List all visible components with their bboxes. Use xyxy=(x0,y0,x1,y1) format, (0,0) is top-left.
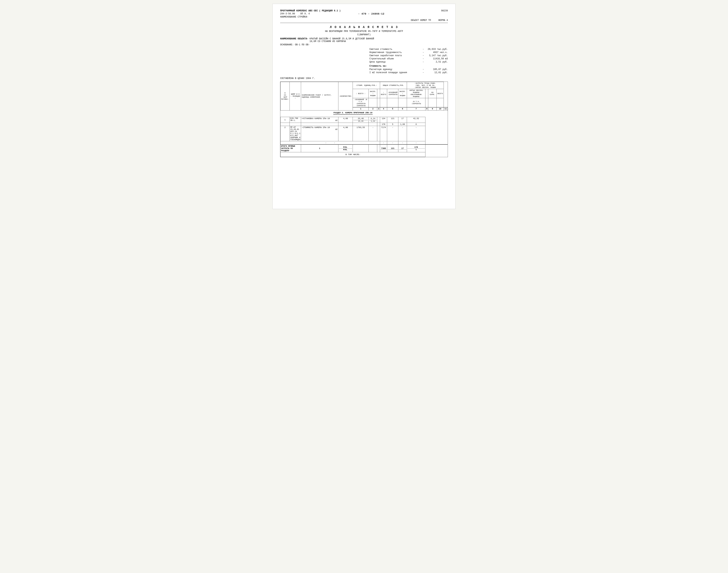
th-obsh-header: ОБЩАЯ СТОИМОСТЬ,РУБ. xyxy=(380,82,407,89)
cost-section: Сметная стоимость - 28,633 тыс.руб. Норм… xyxy=(280,48,448,74)
th-osn-zp: :ОСНОВНОЙ :В Т.Ч.:ЗАРПЛАТЫ :ЗАРПЛАТЫ xyxy=(353,98,369,107)
naim-obekta-label: НАИМЕНОВАНИЕ ОБЪЕКТА- xyxy=(280,38,308,43)
sostavlena: СОСТАВЛЕНА В ЦЕНАХ 1984 Г. xyxy=(280,77,448,80)
row2-kol: 4,00 xyxy=(338,126,353,141)
row1-obsh-vsego: 134 xyxy=(380,117,387,123)
th-z3: НА ЕАРИ. xyxy=(428,89,437,98)
row2-naim: -СТОИМОСТЬ КАМЕРЫ 2Пк-10 МТ xyxy=(301,126,338,141)
th-num5: 5 xyxy=(387,107,398,110)
v-tom-chisle-label: В ТОМ ЧИСЛЕ: xyxy=(281,152,426,157)
table-header-row1: Нпп:ШСРМАТИВА: ШИФР И Н: ПОЗИЦИИ : НАИМЕ… xyxy=(281,82,448,89)
itogo-row: ИТОГО ПРЯМЫЕ ЗАТРАТЫ ПО РАЗДЕЛУ 1 РУБ. Р… xyxy=(281,145,448,152)
th-z2 xyxy=(426,89,428,98)
itogo-osn: 121 xyxy=(387,145,398,152)
th-vsego: : ВСЕГО : xyxy=(353,89,369,98)
th-osnov-zp: :ОСНОВНОЙ:ЗАРПЛАТЫ xyxy=(387,89,398,98)
razdel-title: РАЗДЕЛ 3. КАМЕРА ПРИТОЧНАЯ 2ПК-10 ======… xyxy=(281,110,426,117)
r1b-z4: 6 xyxy=(407,123,426,126)
th-num10: 10 xyxy=(437,107,444,110)
forma-text: ФОРМА 4 xyxy=(439,19,448,22)
row2-obsh-osn: - xyxy=(387,126,398,141)
r1b-empty2 xyxy=(289,123,301,126)
row2-obsh-zp: - xyxy=(407,126,426,141)
naim-stroyki: НАИМЕНОВАНИЕ СТРОЙКИ- xyxy=(280,16,448,18)
row1-stoi-vsego: 33,48 25,28 xyxy=(353,117,369,123)
r2b-z3: - xyxy=(398,141,407,145)
cost-row-7: I м2 полезной площади здания - 12,81 руб… xyxy=(370,71,448,74)
r2b-empty: -- xyxy=(281,141,380,145)
row2-empty xyxy=(377,126,380,141)
th-empty1 xyxy=(377,89,380,98)
cost-row-1: Сметная стоимость - 28,633 тыс.руб. xyxy=(370,48,448,51)
th-obsh-vsego: :ВСЕГО xyxy=(380,89,387,98)
th-empty8 xyxy=(426,98,428,107)
smeta-na: НА ВЕНТИЛЯЦИИ ПРИ ТЕПЛОНОСИТЕЛЕ 95-70ГР … xyxy=(280,30,448,33)
th-empty6 xyxy=(398,98,407,107)
row1-kol: 4,08 xyxy=(338,117,353,123)
r2b-z2: - xyxy=(387,141,398,145)
row1-n: 1 xyxy=(281,117,290,123)
r1b-empty5 xyxy=(353,123,369,126)
cost-row-5: Цена единицы - 2,51 руб. xyxy=(370,61,448,63)
title-section: Л О К А Л Ь Н А Я С М Е Т А 3 НА ВЕНТИЛЯ… xyxy=(280,25,448,36)
itogo-label: ИТОГО ПРЯМЫЕ ЗАТРАТЫ ПО РАЗДЕЛУ xyxy=(281,145,301,152)
header-left-title: ПРОГРАММНЫЙ КОМПЛЕКС АВС-3ЕС ( РЕДАКЦИЯ … xyxy=(280,9,341,12)
th-zatrat-header: :ЗАТРАТЫ ТРУДА РАБО-:ЧИХ, ЧЕЛ.-Ч НЕ ЗА-:… xyxy=(407,82,444,89)
row1-obsh-ekspl: 17 xyxy=(398,117,407,123)
table-row-1: 1 Е28-780 38-1. +УСТАНОВКА КАМЕРЫ 2Пк-10… xyxy=(281,117,448,123)
itogo-zatrat: 178 5 xyxy=(407,145,426,152)
r2b-z1: - xyxy=(380,141,387,145)
th-ekspl: ЭКСПЛ.: МАШИН xyxy=(369,89,377,98)
row1-obsh-zp: 42,52 xyxy=(407,117,426,123)
header-right-number: 98239 xyxy=(441,9,448,12)
cost-row-4: Строительный объем - 11416,50 м3 xyxy=(370,57,448,60)
th-empty9 xyxy=(428,98,437,107)
r1b-empty3 xyxy=(301,123,338,126)
itogo-empty2 xyxy=(369,145,377,152)
th-empty4 xyxy=(380,98,387,107)
objekt-text: ОБЪЕКТ НОМЕР ТП xyxy=(411,19,431,22)
th-empty2 xyxy=(369,98,377,107)
row2-stoi-ekspl: - xyxy=(369,126,377,141)
itogo-empty1 xyxy=(353,145,369,152)
r1b-empty6 xyxy=(369,123,377,126)
smeta-title: Л О К А Л Ь Н А Я С М Е Т А 3 xyxy=(280,25,448,29)
th-n: Нпп:ШСРМАТИВА: xyxy=(281,82,290,110)
th-num4: 4 xyxy=(380,107,387,110)
stoimost-na-label: Стоимость на: xyxy=(370,65,448,67)
r1b-empty4 xyxy=(338,123,353,126)
th-num8: 8 xyxy=(426,107,428,110)
r1b-empty1 xyxy=(281,123,290,126)
row2-obsh-vsego: 7174 xyxy=(380,126,387,141)
th-z1: :НЯТЫХ ОБСЛУЖ. МАШИНЫ:ОБСЛУЖИВАЮ. МАШИНЫ xyxy=(407,89,426,98)
th-stoimost-header: :СТОИМ. ЕДИНИЦ.РУБ.: xyxy=(353,82,380,89)
th-empty7: :В Т.Ч.:ЗАРПЛАТЫ xyxy=(407,98,426,107)
row1-stoi-ekspl: 4,14 1,24 xyxy=(369,117,377,123)
razdel-row: РАЗДЕЛ 3. КАМЕРА ПРИТОЧНАЯ 2ПК-10 ======… xyxy=(281,110,448,117)
r1b-vsego: 178 xyxy=(380,123,387,126)
row2-n: 2 xyxy=(281,126,290,141)
header-center-num: - 470 - 24866-12 xyxy=(358,12,385,15)
page: ПРОГРАММНЫЙ КОМПЛЕКС АВС-3ЕС ( РЕДАКЦИЯ … xyxy=(273,4,455,209)
r2b-z4: - xyxy=(407,141,426,145)
table-row-1b: 178 5 1,60 6 xyxy=(281,123,448,126)
cost-table: Сметная стоимость - 28,633 тыс.руб. Норм… xyxy=(370,48,448,74)
table-row-2: 2 ПР-НТ 23-28-81 АСП.24 П.1 К=1.1 К=1.88… xyxy=(281,126,448,141)
row1-empty xyxy=(377,117,380,123)
row2-obsh-ekspl: - xyxy=(398,126,407,141)
naim-obekta-val: КРЫТЫЙ БАССЕЙН С ВАННОЙ 25.8,5М И ДЕТСКО… xyxy=(309,38,374,43)
row2-stoi-vsego: 1793,55 xyxy=(353,126,369,141)
th-shifr: ШИФР И Н: ПОЗИЦИИ : xyxy=(289,82,301,110)
th-kol: :КОЛИЧЕСТВО: xyxy=(338,82,353,110)
itogo-ed: РУБ. РУБ. xyxy=(338,145,353,152)
v-tom-chisle-row: В ТОМ ЧИСЛЕ: xyxy=(281,152,448,157)
osnovaniye: ОСНОВАНИЕ: ОВ-1 ПО ОВ- xyxy=(280,44,448,46)
itogo-vsego: 7308 xyxy=(380,145,387,152)
header-row2: 294-3-56.90 ОП 9. 4 - 470 - 24866-12 xyxy=(280,12,448,15)
smeta-na-sub: С(ВАРИАНТ) xyxy=(280,34,448,36)
itogo-empty3 xyxy=(377,145,380,152)
naim-obekta-row: НАИМЕНОВАНИЕ ОБЪЕКТА- КРЫТЫЙ БАССЕЙН С В… xyxy=(280,38,448,43)
th-empty3 xyxy=(377,98,380,107)
cost-row-3: Сметная заработная плата - 3,147 тыс.руб… xyxy=(370,54,448,57)
th-num7: 7 xyxy=(407,107,426,110)
